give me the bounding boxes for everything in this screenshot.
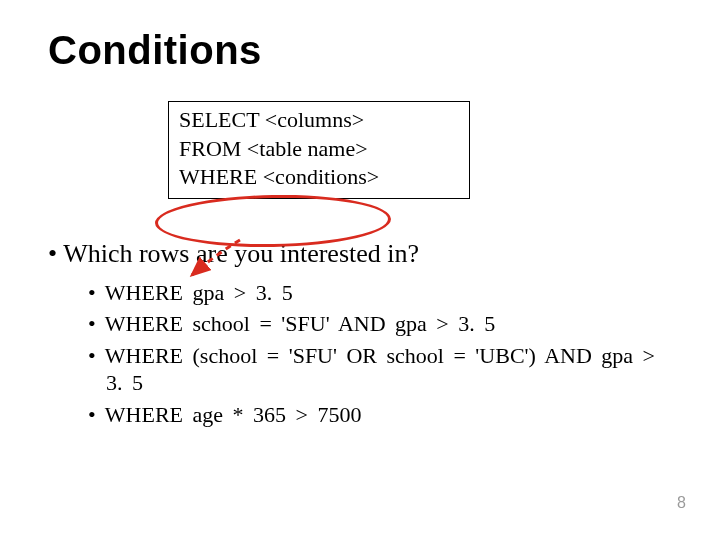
example-3: • WHERE (school = 'SFU' OR school = 'UBC… (88, 342, 672, 397)
sql-syntax-box: SELECT <columns> FROM <table name> WHERE… (168, 101, 470, 199)
question-line: • Which rows are you interested in? (48, 239, 672, 269)
slide: Conditions SELECT <columns> FROM <table … (0, 0, 720, 540)
example-2: • WHERE school = 'SFU' AND gpa > 3. 5 (88, 310, 672, 338)
slide-title: Conditions (48, 28, 672, 73)
page-number: 8 (677, 494, 686, 512)
sql-line-from: FROM <table name> (179, 135, 459, 164)
body-content: • Which rows are you interested in? • WH… (48, 239, 672, 429)
example-1: • WHERE gpa > 3. 5 (88, 279, 672, 307)
sql-line-where: WHERE <conditions> (179, 163, 459, 192)
sql-line-select: SELECT <columns> (179, 106, 459, 135)
example-4: • WHERE age * 365 > 7500 (88, 401, 672, 429)
